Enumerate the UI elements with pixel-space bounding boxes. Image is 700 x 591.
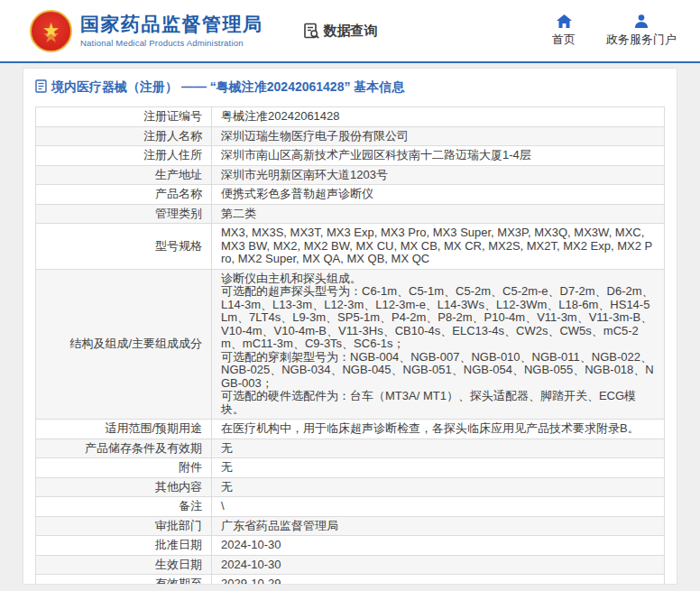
table-row: 结构及组成/主要组成成分诊断仪由主机和探头组成。 可选配的超声探头型号为：C6-… xyxy=(36,269,665,420)
row-label: 有效期至 xyxy=(36,575,212,586)
home-icon xyxy=(557,14,572,28)
table-row: 生效日期2024-10-30 xyxy=(36,555,665,575)
row-label: 型号规格 xyxy=(36,224,212,270)
data-query-menu[interactable]: 数据查询 xyxy=(303,23,378,40)
table-row: 产品名称便携式彩色多普勒超声诊断仪 xyxy=(36,185,665,205)
nav-item-gov-portal[interactable]: 政务服务门户 xyxy=(606,14,677,48)
row-label: 适用范围/预期用途 xyxy=(36,420,212,439)
table-row: 备注\ xyxy=(36,497,665,517)
site-title-cn: 国家药品监督管理局 xyxy=(80,14,263,35)
table-row: 注册人名称深圳迈瑞生物医疗电子股份有限公司 xyxy=(36,126,665,146)
header-nav: 首页 政务服务门户 xyxy=(552,14,687,48)
site-title-en: National Medical Products Administration xyxy=(80,38,263,48)
row-label: 产品储存条件及有效期 xyxy=(36,439,212,458)
brand-text: 国家药品监督管理局 National Medical Products Admi… xyxy=(80,14,263,48)
nav-item-home-label: 首页 xyxy=(552,32,576,48)
table-row: 适用范围/预期用途在医疗机构中，用于临床超声诊断检查，各探头临床应用见产品技术要… xyxy=(36,420,665,439)
table-row: 其他内容无 xyxy=(36,477,665,497)
row-value: 无 xyxy=(212,439,665,458)
row-label: 注册人名称 xyxy=(36,126,212,146)
emblem-star-icon: ★ xyxy=(42,21,60,41)
national-emblem-logo: ★ xyxy=(30,10,72,52)
table-row: 有效期至2029-10-29 xyxy=(36,575,665,586)
document-icon xyxy=(35,79,47,96)
row-value: 2024-10-30 xyxy=(212,555,665,575)
registration-info-table: 注册证编号粤械注准20242061428注册人名称深圳迈瑞生物医疗电子股份有限公… xyxy=(35,106,665,585)
row-label: 管理类别 xyxy=(36,204,212,224)
row-label: 注册人住所 xyxy=(36,146,212,166)
row-value: 广东省药品监督管理局 xyxy=(212,516,665,536)
user-icon xyxy=(634,14,649,28)
row-value: 无 xyxy=(212,477,665,497)
row-value: 2029-10-29 xyxy=(212,575,665,586)
row-label: 备注 xyxy=(36,497,212,517)
row-label: 其他内容 xyxy=(36,477,212,497)
detail-card: 境内医疗器械（注册） —— “粤械注准20242061428” 基本信息 注册证… xyxy=(23,68,677,585)
row-value: 无 xyxy=(212,458,665,478)
table-row: 型号规格MX3, MX3S, MX3T, MX3 Exp, MX3 Pro, M… xyxy=(36,224,665,270)
info-table-body: 注册证编号粤械注准20242061428注册人名称深圳迈瑞生物医疗电子股份有限公… xyxy=(36,107,665,586)
row-value: 在医疗机构中，用于临床超声诊断检查，各探头临床应用见产品技术要求附录B。 xyxy=(212,420,665,439)
row-value: 粤械注准20242061428 xyxy=(212,107,665,127)
row-label: 生产地址 xyxy=(36,165,212,185)
row-value: \ xyxy=(212,497,665,517)
row-label: 注册证编号 xyxy=(36,107,212,127)
row-label: 结构及组成/主要组成成分 xyxy=(36,269,212,420)
data-query-icon xyxy=(303,23,320,40)
table-row: 审批部门广东省药品监督管理局 xyxy=(36,516,665,536)
row-value: 深圳市南山区高新技术产业园区科技南十二路迈瑞大厦1-4层 xyxy=(212,146,665,166)
site-header: ★ 国家药品监督管理局 National Medical Products Ad… xyxy=(0,0,700,63)
row-label: 生效日期 xyxy=(36,555,212,575)
table-row: 注册证编号粤械注准20242061428 xyxy=(36,107,665,127)
row-label: 附件 xyxy=(36,458,212,478)
main-content: 境内医疗器械（注册） —— “粤械注准20242061428” 基本信息 注册证… xyxy=(0,63,700,585)
row-value: 深圳迈瑞生物医疗电子股份有限公司 xyxy=(212,126,665,146)
data-query-label: 数据查询 xyxy=(324,23,378,40)
row-value: 诊断仪由主机和探头组成。 可选配的超声探头型号为：C6-1m、C5-1m、C5-… xyxy=(212,269,665,420)
row-value: 便携式彩色多普勒超声诊断仪 xyxy=(212,185,665,205)
table-row: 管理类别第二类 xyxy=(36,204,665,224)
table-row: 生产地址深圳市光明新区南环大道1203号 xyxy=(36,165,665,185)
row-value: 2024-10-30 xyxy=(212,536,665,556)
row-label: 产品名称 xyxy=(36,185,212,205)
table-row: 注册人住所深圳市南山区高新技术产业园区科技南十二路迈瑞大厦1-4层 xyxy=(36,146,665,166)
table-row: 附件无 xyxy=(36,458,665,478)
table-row: 批准日期2024-10-30 xyxy=(36,536,665,556)
row-label: 审批部门 xyxy=(36,516,212,536)
nav-item-home[interactable]: 首页 xyxy=(552,14,576,48)
row-value: MX3, MX3S, MX3T, MX3 Exp, MX3 Pro, MX3 S… xyxy=(212,224,665,270)
nav-item-gov-portal-label: 政务服务门户 xyxy=(606,32,677,48)
page-title-bar: 境内医疗器械（注册） —— “粤械注准20242061428” 基本信息 xyxy=(35,76,665,106)
row-value: 深圳市光明新区南环大道1203号 xyxy=(212,165,665,185)
row-label: 批准日期 xyxy=(36,536,212,556)
page-title: 境内医疗器械（注册） —— “粤械注准20242061428” 基本信息 xyxy=(51,79,404,96)
row-value: 第二类 xyxy=(212,204,665,224)
table-row: 产品储存条件及有效期无 xyxy=(36,439,665,458)
